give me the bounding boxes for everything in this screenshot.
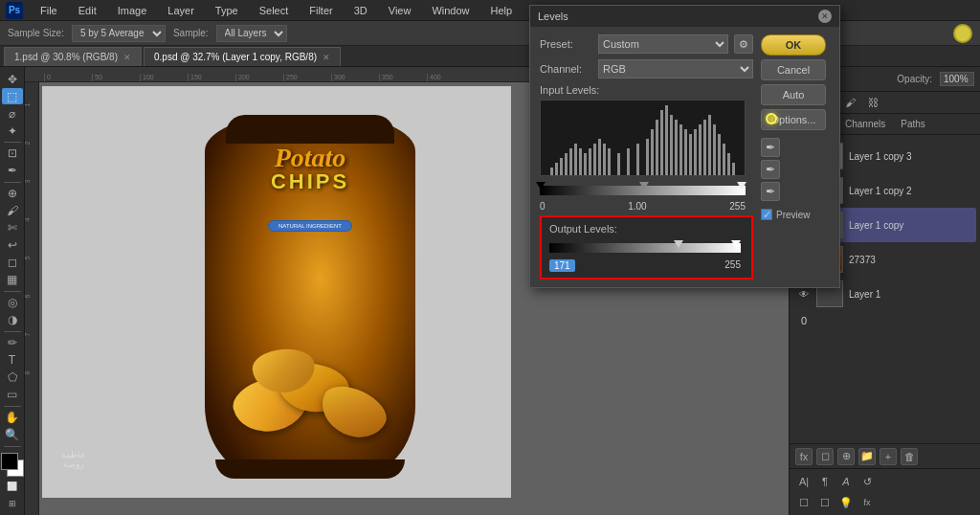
ruler-mark-1: 50	[92, 74, 140, 81]
input-black-handle[interactable]	[536, 182, 546, 190]
output-slider[interactable]	[549, 240, 741, 256]
tab-1[interactable]: 1.psd @ 30.8% (RGB/8) ✕	[4, 47, 142, 66]
foreground-color-swatch[interactable]	[1, 453, 18, 470]
menu-edit[interactable]: Edit	[75, 3, 100, 18]
svg-rect-28	[699, 124, 702, 176]
input-levels-label: Input Levels:	[540, 84, 753, 96]
new-layer-btn[interactable]: +	[880, 448, 897, 465]
tab-2-close[interactable]: ✕	[323, 53, 330, 62]
preview-checkbox[interactable]: ✓	[761, 209, 772, 220]
layer-brush-icon[interactable]: 🖌	[841, 94, 858, 111]
add-layer-style-btn[interactable]: fx	[795, 448, 813, 465]
ok-button[interactable]: OK	[761, 34, 826, 56]
svg-rect-10	[593, 144, 596, 176]
menu-select[interactable]: Select	[256, 3, 293, 18]
rectangle-icon[interactable]: ☐	[795, 494, 813, 511]
chips-text: CHIPS	[219, 169, 401, 194]
dodge-tool[interactable]: ◑	[2, 312, 23, 328]
sample-size-select[interactable]: 5 by 5 Average	[72, 25, 166, 42]
svg-rect-27	[694, 129, 697, 176]
zoom-tool[interactable]: 🔍	[2, 427, 23, 443]
clone-tool[interactable]: ✄	[2, 220, 23, 236]
output-left-handle[interactable]	[674, 240, 683, 248]
black-point-pipette[interactable]: ✒	[761, 138, 780, 157]
path-tool[interactable]: ⬠	[2, 369, 23, 386]
tab-1-close[interactable]: ✕	[123, 53, 131, 62]
character-panel-icon[interactable]: A	[837, 473, 855, 490]
svg-rect-18	[651, 129, 654, 176]
bag-bottom-seal	[215, 459, 405, 479]
layer-4-visibility[interactable]: 👁	[797, 287, 811, 301]
options-button[interactable]: Options...	[761, 109, 826, 130]
add-mask-btn[interactable]: ◻	[816, 448, 834, 465]
menu-file[interactable]: File	[36, 3, 61, 18]
crop-tool[interactable]: ⊡	[2, 146, 23, 162]
menu-3d[interactable]: 3D	[350, 3, 371, 18]
input-gray-handle[interactable]	[639, 182, 649, 190]
rectangle2-icon[interactable]: ☐	[816, 494, 834, 511]
quick-mask-tool[interactable]: ⬜	[2, 478, 23, 494]
rotate-icon[interactable]: ↺	[858, 473, 876, 490]
healing-tool[interactable]: ⊕	[2, 186, 23, 202]
menu-view[interactable]: View	[385, 3, 415, 18]
white-point-pipette[interactable]: ✒	[761, 182, 780, 201]
screen-mode-tool[interactable]: ⊞	[2, 495, 23, 511]
new-group-btn[interactable]: 📁	[858, 448, 876, 465]
chips-pile	[224, 278, 396, 450]
levels-body: Preset: Custom ⚙ Channel: RGB Input Leve…	[530, 27, 839, 287]
tab-paths[interactable]: Paths	[893, 117, 933, 131]
chips-image: Potato CHIPS NATURAL INGREDIENT فاطمةروض…	[42, 86, 511, 498]
layer-0-name: Layer 1 copy 3	[849, 151, 972, 162]
move-tool[interactable]: ✥	[2, 71, 23, 87]
eyedropper-tool[interactable]: ✒	[2, 163, 23, 179]
levels-title-bar[interactable]: Levels ✕	[530, 6, 839, 27]
input-white-handle[interactable]	[737, 182, 746, 190]
levels-close-btn[interactable]: ✕	[818, 10, 832, 23]
menu-image[interactable]: Image	[114, 3, 151, 18]
auto-button[interactable]: Auto	[761, 84, 826, 105]
menu-layer[interactable]: Layer	[164, 3, 198, 18]
fx-btn[interactable]: fx	[858, 494, 876, 511]
menu-filter[interactable]: Filter	[305, 3, 336, 18]
selection-tool[interactable]: ⬚	[2, 88, 23, 104]
svg-rect-23	[675, 120, 678, 176]
input-max-value: 255	[729, 201, 746, 212]
paragraph-panel-icon[interactable]: ¶	[816, 473, 834, 490]
channel-select[interactable]: RGB	[598, 59, 753, 78]
layer-link-icon[interactable]: ⛓	[864, 94, 881, 111]
tab-2[interactable]: 0.psd @ 32.7% (Layer 1 copy, RGB/8) ✕	[144, 47, 341, 66]
bulb-icon[interactable]: 💡	[837, 494, 855, 511]
svg-rect-1	[550, 168, 553, 176]
gray-point-pipette[interactable]: ✒	[761, 160, 780, 179]
brush-tool[interactable]: 🖌	[2, 203, 23, 219]
preset-select[interactable]: Custom	[598, 34, 728, 54]
tab-channels[interactable]: Channels	[837, 117, 893, 131]
input-slider[interactable]	[540, 180, 746, 199]
pen-tool[interactable]: ✏	[2, 335, 23, 351]
svg-rect-24	[679, 124, 682, 176]
delete-layer-btn[interactable]: 🗑	[901, 448, 918, 465]
magic-wand-tool[interactable]: ✦	[2, 123, 23, 139]
levels-right-col: OK Cancel Auto Options... ✒ ✒ ✒ ✓ Previe…	[761, 34, 830, 280]
svg-rect-34	[727, 153, 730, 176]
sample-select[interactable]: All Layers	[216, 25, 287, 42]
cancel-button[interactable]: Cancel	[761, 59, 826, 80]
eraser-tool[interactable]: ◻	[2, 255, 23, 271]
shape-tool[interactable]: ▭	[2, 387, 23, 403]
svg-rect-12	[603, 144, 606, 176]
menu-help[interactable]: Help	[487, 3, 517, 18]
type-panel-icon[interactable]: A|	[795, 473, 813, 490]
hand-tool[interactable]: ✋	[2, 409, 23, 425]
menu-type[interactable]: Type	[212, 3, 242, 18]
svg-rect-14	[617, 153, 620, 176]
new-fill-layer-btn[interactable]: ⊕	[837, 448, 855, 465]
output-right-handle[interactable]	[731, 240, 741, 248]
preset-gear-btn[interactable]: ⚙	[734, 34, 753, 54]
gradient-tool[interactable]: ▦	[2, 272, 23, 288]
lasso-tool[interactable]: ⌀	[2, 105, 23, 122]
history-brush-tool[interactable]: ↩	[2, 237, 23, 254]
opacity-input[interactable]	[940, 72, 974, 86]
menu-window[interactable]: Window	[428, 3, 473, 18]
blur-tool[interactable]: ◎	[2, 295, 23, 311]
text-tool[interactable]: T	[2, 352, 23, 369]
